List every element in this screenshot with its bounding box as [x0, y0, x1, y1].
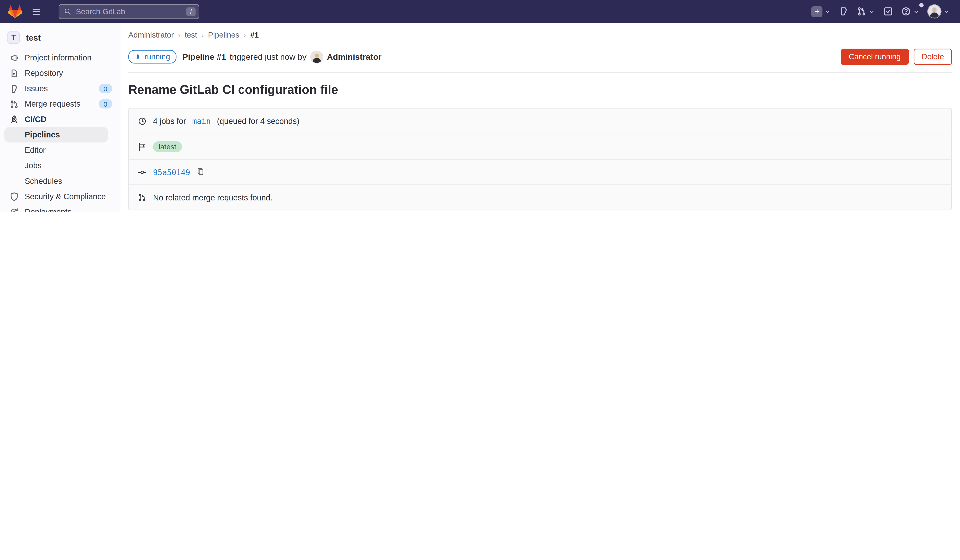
ref-link[interactable]: main — [192, 116, 211, 126]
latest-row: latest — [129, 134, 951, 159]
page-title: Rename GitLab CI configuration file — [128, 83, 952, 97]
shield-icon — [10, 191, 19, 201]
breadcrumb-link-administrator[interactable]: Administrator — [128, 31, 174, 40]
project-avatar: T — [8, 32, 20, 44]
breadcrumb-separator: › — [178, 32, 181, 39]
no-related-mr-text: No related merge requests found. — [153, 193, 272, 202]
issues-icon — [838, 6, 849, 17]
project-sidebar: T test Project information Repository Is… — [0, 23, 120, 212]
plus-icon — [811, 6, 822, 17]
sidebar-item-editor[interactable]: Editor — [0, 142, 120, 158]
sidebar-item-schedules[interactable]: Schedules — [0, 173, 120, 189]
running-spinner-icon — [133, 53, 141, 61]
sidebar-item-repository[interactable]: Repository — [0, 65, 120, 81]
sidebar-item-project-information[interactable]: Project information — [0, 50, 120, 65]
chevron-down-icon — [868, 8, 875, 15]
pipeline-info-card: 4 jobs for main (queued for 4 seconds) l… — [128, 108, 952, 210]
breadcrumb-separator: › — [244, 32, 246, 39]
issues-count-badge: 0 — [99, 84, 112, 93]
search-icon — [64, 8, 72, 15]
cancel-running-button[interactable]: Cancel running — [841, 49, 909, 65]
breadcrumb-current: #1 — [250, 31, 259, 40]
sidebar-item-cicd[interactable]: CI/CD — [0, 112, 120, 127]
breadcrumb-separator: › — [202, 32, 204, 39]
chevron-down-icon — [943, 8, 950, 15]
mr-count-badge: 0 — [99, 99, 112, 108]
deploy-cycle-icon — [10, 207, 19, 212]
sidebar-item-security-compliance[interactable]: Security & Compliance — [0, 189, 120, 204]
chevron-down-icon — [824, 8, 831, 15]
commit-row: 95a50149 — [129, 159, 951, 184]
project-name: test — [26, 33, 41, 42]
help-menu-button[interactable] — [898, 4, 922, 18]
bullhorn-icon — [10, 53, 19, 62]
sidebar-item-deployments[interactable]: Deployments — [0, 204, 120, 212]
commit-link[interactable]: 95a50149 — [153, 167, 190, 177]
pipeline-triggered-text: triggered just now by — [230, 52, 307, 61]
new-menu-button[interactable] — [809, 4, 834, 19]
user-menu-button[interactable] — [925, 3, 952, 21]
merge-request-icon — [138, 193, 147, 202]
copy-commit-button[interactable] — [196, 167, 205, 177]
menu-hamburger-icon[interactable] — [28, 3, 45, 19]
related-mr-row: No related merge requests found. — [129, 184, 951, 209]
author-avatar[interactable] — [310, 50, 323, 63]
todos-button[interactable] — [880, 4, 896, 18]
breadcrumb-link-project[interactable]: test — [185, 31, 197, 40]
issues-button[interactable] — [836, 4, 851, 18]
user-avatar — [927, 4, 942, 18]
pipeline-status-badge[interactable]: running — [128, 50, 176, 64]
issues-icon — [10, 83, 19, 93]
search-shortcut-key: / — [186, 7, 196, 16]
top-navbar: / — [0, 0, 960, 23]
todo-check-icon — [883, 6, 893, 17]
rocket-icon — [10, 114, 19, 124]
breadcrumb: Administrator › test › Pipelines › #1 — [128, 23, 952, 44]
pipeline-title: Pipeline #1 — [182, 52, 226, 61]
flag-icon — [138, 142, 147, 152]
clock-icon — [138, 116, 147, 126]
sidebar-item-jobs[interactable]: Jobs — [0, 158, 120, 173]
sidebar-project-header[interactable]: T test — [0, 28, 120, 50]
notification-dot — [919, 3, 923, 7]
sidebar-item-merge-requests[interactable]: Merge requests 0 — [0, 96, 120, 112]
global-search[interactable]: / — [59, 4, 199, 19]
commit-icon — [138, 167, 147, 177]
question-circle-icon — [901, 6, 911, 17]
search-input[interactable] — [75, 6, 183, 16]
merge-request-icon — [856, 6, 867, 17]
sidebar-item-issues[interactable]: Issues 0 — [0, 81, 120, 96]
chevron-down-icon — [913, 8, 920, 15]
copy-icon — [196, 167, 205, 175]
gitlab-logo-icon[interactable] — [8, 4, 23, 19]
file-icon — [10, 68, 19, 78]
author-name[interactable]: Administrator — [327, 52, 381, 61]
pipeline-header: running Pipeline #1 triggered just now b… — [128, 44, 952, 73]
jobs-summary-row: 4 jobs for main (queued for 4 seconds) — [129, 108, 951, 134]
delete-button[interactable]: Delete — [914, 49, 952, 65]
merge-requests-menu-button[interactable] — [854, 4, 878, 18]
merge-request-icon — [10, 99, 19, 109]
breadcrumb-link-pipelines[interactable]: Pipelines — [208, 31, 239, 40]
sidebar-item-pipelines[interactable]: Pipelines — [0, 127, 120, 142]
latest-badge: latest — [153, 141, 182, 152]
